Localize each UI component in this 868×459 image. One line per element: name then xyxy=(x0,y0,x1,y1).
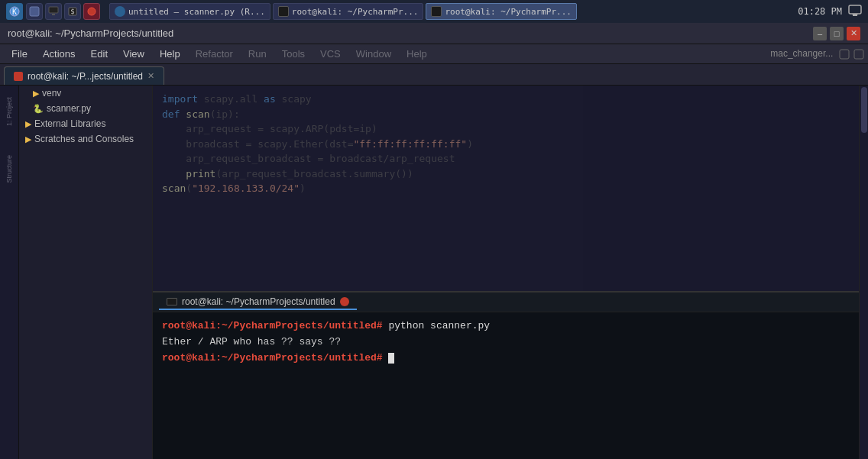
code-line-7: print(arp_request_broadcast.summary()) xyxy=(162,166,850,182)
taskbar-app-buttons: untitled – scanner.py (R... root@kali: ~… xyxy=(109,3,577,20)
svg-rect-11 xyxy=(840,50,849,59)
terminal-line-3: root@kali:~/PycharmProjects/untitled# xyxy=(162,351,850,367)
svg-rect-10 xyxy=(852,14,858,15)
terminal-content[interactable]: root@kali:~/PycharmProjects/untitled# py… xyxy=(153,312,859,459)
kali-menu-icon[interactable]: K xyxy=(6,3,23,20)
taskbar-apps: $ xyxy=(26,3,100,20)
svg-rect-4 xyxy=(52,14,55,15)
sidebar-tab-project[interactable]: 1: Project xyxy=(4,93,15,130)
taskbar-icon-3[interactable]: $ xyxy=(64,3,81,20)
maximize-button[interactable]: □ xyxy=(830,27,844,40)
taskbar-icon-2[interactable] xyxy=(45,3,62,20)
menubar: File Actions Edit View Help Refactor Run… xyxy=(0,44,868,64)
taskbar-app-scanner-label: untitled – scanner.py (R... xyxy=(128,7,265,17)
terminal-tab-main[interactable]: root@kali: ~/PycharmProjects/untitled xyxy=(159,295,357,310)
menu-help[interactable]: Help xyxy=(152,46,188,62)
code-line-6: arp_request_broadcast = broadcast/arp_re… xyxy=(162,151,850,166)
monitor-icon xyxy=(848,5,862,19)
terminal-cursor xyxy=(388,353,394,364)
code-line-4: arp_request = scapy.ARP(pdst=ip) xyxy=(162,121,850,137)
tree-item-venv[interactable]: ▶ venv xyxy=(19,86,152,101)
folder-icon-scratches: ▶ xyxy=(25,134,31,144)
svg-rect-12 xyxy=(854,50,863,59)
window-title: root@kali: ~/PycharmProjects/untitled xyxy=(8,27,173,39)
window-controls: – □ ✕ xyxy=(813,27,860,40)
tab-icon xyxy=(14,72,23,81)
menu-vcs[interactable]: VCS xyxy=(313,46,348,62)
code-line-9: scan("192.168.133.0/24") xyxy=(162,181,850,196)
taskbar-icon-1[interactable] xyxy=(26,3,43,20)
taskbar-left: K $ untitled – scanner.py (R... xyxy=(6,3,577,20)
svg-rect-2 xyxy=(30,7,39,16)
svg-point-7 xyxy=(88,8,96,15)
menu-view[interactable]: View xyxy=(115,46,152,62)
terminal-tabbar: root@kali: ~/PycharmProjects/untitled xyxy=(153,293,859,312)
terminal-icon-2 xyxy=(431,6,442,17)
main-tab[interactable]: root@kali: ~/P...jects/untitled ✕ xyxy=(4,66,164,85)
code-line-1: import scapy.all as scapy xyxy=(162,92,850,107)
pycharm-icon xyxy=(115,6,125,17)
menu-ide-help[interactable]: Help xyxy=(399,46,435,62)
tab-close-button[interactable]: ✕ xyxy=(147,71,154,81)
terminal-prompt-2: root@kali:~/PycharmProjects/untitled# xyxy=(162,352,383,364)
folder-icon-venv: ▶ xyxy=(33,89,39,99)
terminal-tab-icon xyxy=(167,298,177,305)
terminal-line-2: Ether / ARP who has ?? says ?? xyxy=(162,335,850,351)
tree-label-extlibs: External Libraries xyxy=(34,118,105,129)
folder-icon-extlibs: ▶ xyxy=(25,119,31,129)
menu-tools[interactable]: Tools xyxy=(274,46,313,62)
tree-item-scanner[interactable]: 🐍 scanner.py xyxy=(19,101,152,116)
svg-text:$: $ xyxy=(70,8,74,15)
project-panel: ▶ venv 🐍 scanner.py ▶ External Libraries… xyxy=(19,86,153,459)
taskbar-app-terminal1[interactable]: root@kali: ~/PycharmPr... xyxy=(273,3,424,20)
tree-label-scanner: scanner.py xyxy=(47,103,91,114)
code-editor[interactable]: import scapy.all as scapy def scan(ip): … xyxy=(153,86,859,291)
taskbar-app-terminal2-label: root@kali: ~/PycharmPr... xyxy=(445,7,572,17)
minimize-button[interactable]: – xyxy=(813,27,827,40)
tabsbar: root@kali: ~/P...jects/untitled ✕ xyxy=(0,64,868,86)
menu-file[interactable]: File xyxy=(4,46,35,62)
menu-edit[interactable]: Edit xyxy=(83,46,115,62)
terminal-cmd-1: python scanner.py xyxy=(388,320,490,331)
terminal-output-1: Ether / ARP who has ?? says ?? xyxy=(162,336,341,347)
menu-window[interactable]: Window xyxy=(348,46,399,62)
tree-label-scratches: Scratches and Consoles xyxy=(34,134,134,144)
content-area: 1: Project Structure ▶ venv 🐍 scanner.py… xyxy=(0,86,868,459)
sidebar-tab-structure[interactable]: Structure xyxy=(4,151,15,187)
main-panel: import scapy.all as scapy def scan(ip): … xyxy=(153,86,859,459)
tree-item-scratches[interactable]: ▶ Scratches and Consoles xyxy=(19,131,152,147)
menu-refactor[interactable]: Refactor xyxy=(188,46,241,62)
scrollbar-thumb[interactable] xyxy=(861,87,867,133)
taskbar-app-scanner[interactable]: untitled – scanner.py (R... xyxy=(109,3,270,20)
pyfile-icon-scanner: 🐍 xyxy=(33,104,44,114)
terminal-tab-close[interactable] xyxy=(340,297,349,306)
scrollbar-area[interactable] xyxy=(859,86,868,459)
taskbar-right: 01:28 PM xyxy=(798,5,862,19)
svg-text:K: K xyxy=(12,8,17,16)
svg-rect-3 xyxy=(49,7,58,13)
tab-label: root@kali: ~/P...jects/untitled xyxy=(28,71,143,82)
left-sidebar: 1: Project Structure xyxy=(0,86,19,459)
svg-rect-9 xyxy=(853,15,857,16)
close-button[interactable]: ✕ xyxy=(847,27,860,40)
main-window: root@kali: ~/PycharmProjects/untitled – … xyxy=(0,23,868,459)
terminal-panel: root@kali: ~/PycharmProjects/untitled ro… xyxy=(153,291,859,459)
terminal-prompt-1: root@kali:~/PycharmProjects/untitled# xyxy=(162,320,383,331)
tree-item-ext-libs[interactable]: ▶ External Libraries xyxy=(19,116,152,131)
svg-rect-8 xyxy=(849,5,861,14)
terminal-icon-1 xyxy=(278,6,289,17)
taskbar-app-terminal2[interactable]: root@kali: ~/PycharmPr... xyxy=(426,3,577,20)
tree-label-venv: venv xyxy=(42,88,61,99)
terminal-tab-label: root@kali: ~/PycharmProjects/untitled xyxy=(182,296,335,307)
taskbar-app-terminal1-label: root@kali: ~/PycharmPr... xyxy=(292,7,419,17)
code-line-5: broadcast = scapy.Ether(dst="ff:ff:ff:ff… xyxy=(162,137,850,152)
terminal-line-1: root@kali:~/PycharmProjects/untitled# py… xyxy=(162,318,850,335)
menu-actions[interactable]: Actions xyxy=(35,46,83,62)
toolbar-right-label: mac_changer... xyxy=(770,48,864,60)
taskbar-time: 01:28 PM xyxy=(798,6,842,17)
menu-run[interactable]: Run xyxy=(241,46,274,62)
code-line-3: def scan(ip): xyxy=(162,107,850,122)
window-titlebar: root@kali: ~/PycharmProjects/untitled – … xyxy=(0,23,868,44)
taskbar-icon-4[interactable] xyxy=(83,3,100,20)
taskbar: K $ untitled – scanner.py (R... xyxy=(0,0,868,23)
